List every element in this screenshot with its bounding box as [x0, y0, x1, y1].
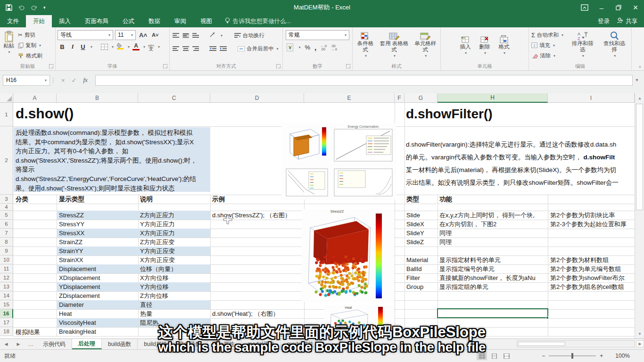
cell-display-type[interactable]: Diameter [59, 300, 137, 309]
row-header-4[interactable]: 4 [0, 204, 13, 211]
qat-customize-icon[interactable]: ▾ [43, 5, 46, 10]
close-button[interactable]: × [627, 0, 644, 15]
row-header-10[interactable]: 10 [0, 255, 13, 264]
right-header-func[interactable]: 功能 [439, 195, 487, 204]
column-header-h[interactable]: H [438, 93, 548, 103]
align-right-icon[interactable] [192, 46, 199, 51]
wrap-text-button[interactable]: 自动换行 [233, 30, 266, 41]
align-center-icon[interactable] [182, 46, 189, 51]
column-header-c[interactable]: C [138, 93, 210, 103]
decrease-font-icon[interactable]: A˅ [150, 30, 160, 40]
number-dialog-launcher-icon[interactable] [346, 64, 351, 69]
cell-example[interactable] [212, 255, 302, 264]
cell-example[interactable] [212, 229, 302, 238]
cell-filter-type[interactable]: SlideX [406, 220, 437, 229]
cell-example[interactable] [212, 247, 302, 255]
decrease-decimal-icon[interactable]: .00 →.0 [331, 44, 337, 51]
row-header-7[interactable]: 7 [0, 229, 13, 238]
column-header-b[interactable]: B [57, 93, 138, 103]
row-header-3[interactable]: 3 [0, 195, 13, 204]
cell-filter-func[interactable]: 显示指定材料号的单元 [439, 255, 547, 264]
row-header-15[interactable]: 15 [0, 300, 13, 309]
font-name-combo[interactable]: 等线▾ [58, 30, 113, 40]
cell-filter-func[interactable]: 在x,y,z方向上同时切， 得到一个块, [439, 211, 547, 220]
cell-description[interactable]: Z方向位移 [140, 291, 210, 300]
tab-insert[interactable]: 插入 [52, 15, 78, 27]
cell-filter-func[interactable]: 显示指定组的单元 [439, 282, 547, 291]
right-header-type[interactable]: 类型 [406, 195, 435, 204]
row-header-13[interactable]: 13 [0, 282, 13, 291]
scroll-up-icon[interactable]: ▲ [635, 93, 644, 103]
format-painter-button[interactable]: 格式刷 [17, 50, 44, 61]
cell-filter-type[interactable]: Material [406, 255, 437, 264]
cell-display-type[interactable]: StressXX [59, 229, 137, 238]
cell-filter-type[interactable]: Filter [406, 273, 437, 282]
right-doc-title[interactable]: d.showFilter() [406, 107, 493, 122]
accounting-format-icon[interactable]: ¥ [287, 43, 293, 51]
cell-styles-button[interactable]: 单元格样式▾ [411, 29, 439, 62]
cell-display-type[interactable]: Heat [59, 309, 137, 318]
cell-display-type[interactable]: Displacement [59, 264, 137, 273]
cell-filter-param[interactable]: 第2个参数为单元编号数组 [550, 264, 634, 273]
number-format-combo[interactable]: 常规▾ [286, 30, 349, 40]
tab-data[interactable]: 数据 [141, 15, 167, 27]
paste-button[interactable]: 粘贴▾ [1, 29, 17, 56]
orientation-icon[interactable] [209, 32, 216, 39]
share-button[interactable]: 共享 [617, 17, 637, 25]
decrease-indent-icon[interactable] [209, 46, 216, 51]
cell-description[interactable]: Z方向正应变 [140, 238, 210, 247]
tab-page-layout[interactable]: 页面布局 [78, 15, 116, 27]
left-doc-description[interactable]: 后处理函数d.show(command):显示模型参数， 模拟过程和模拟 结果。… [14, 127, 210, 192]
left-header-desc[interactable]: 说明 [140, 195, 206, 204]
tab-view[interactable]: 视图 [193, 15, 219, 27]
cut-button[interactable]: ✂剪切 [17, 30, 44, 40]
right-doc-description[interactable]: d.showFilter(varargin):选择特定单元进行显示。通过这个函数… [406, 138, 635, 194]
column-header-a[interactable]: A [13, 93, 57, 103]
cell-description[interactable]: Y方向位移 [140, 282, 210, 291]
clear-button[interactable]: 清除▾ [530, 50, 565, 61]
enter-icon[interactable]: ✓ [72, 77, 77, 84]
bold-button[interactable]: B [58, 43, 66, 50]
zoom-slider[interactable] [549, 355, 596, 356]
column-header-d[interactable]: D [210, 93, 304, 103]
cell-example[interactable] [212, 264, 302, 273]
left-header-type[interactable]: 显示类型 [59, 195, 134, 204]
cell-display-type[interactable]: YDisplacement [59, 282, 137, 291]
find-select-button[interactable]: 查找和选择▾ [599, 29, 630, 61]
row-header-11[interactable]: 11 [0, 264, 13, 273]
increase-font-icon[interactable]: A˄ [138, 30, 149, 40]
cell-description[interactable]: X方向位移 [140, 273, 210, 282]
column-header-g[interactable]: G [405, 93, 438, 103]
fill-handle[interactable] [546, 316, 549, 319]
cell-display-type[interactable]: XDisplacement [59, 273, 137, 282]
cell-display-type[interactable]: StrainYY [59, 247, 137, 255]
redo-icon[interactable] [31, 5, 38, 10]
sort-filter-button[interactable]: AZ 排序和筛选▾ [567, 29, 598, 61]
italic-button[interactable]: I [69, 43, 76, 50]
cell-example[interactable] [212, 273, 302, 282]
cell-filter-param[interactable]: 第2个参数为组名的cell数组 [550, 282, 634, 291]
cell-description[interactable]: 直径 [140, 300, 210, 309]
ribbon-display-options-icon[interactable] [576, 0, 593, 15]
cell-filter-type[interactable]: Slide [406, 211, 437, 220]
underline-button[interactable]: U [79, 43, 87, 50]
row-header-2[interactable]: 2 [0, 126, 13, 195]
cell-description[interactable]: 位移（向量） [140, 264, 210, 273]
name-box[interactable]: H16▾ [3, 75, 50, 86]
align-bottom-icon[interactable] [192, 33, 199, 38]
format-cells-button[interactable]: 格式▾ [496, 29, 512, 62]
cell-description[interactable]: X方向正应力 [140, 229, 210, 238]
row-header-6[interactable]: 6 [0, 220, 13, 229]
copy-button[interactable]: 复制▾ [17, 40, 44, 50]
column-header-f[interactable]: F [395, 93, 405, 103]
tell-me-box[interactable]: 告诉我您想要做什么... [219, 15, 297, 27]
row-header-16[interactable]: 16 [0, 309, 13, 318]
column-header-i[interactable]: I [548, 93, 635, 103]
fill-button[interactable]: ↓填充▾ [530, 40, 565, 50]
undo-icon[interactable] [18, 5, 25, 10]
formula-bar-expand-icon[interactable]: ▼ [633, 78, 641, 82]
conditional-formatting-button[interactable]: ≠ 条件格式▾ [354, 29, 377, 62]
cell-filter-param[interactable]: 第2个参数为材料数组 [550, 255, 634, 264]
left-header-example[interactable]: 示例 [212, 195, 278, 204]
save-icon[interactable] [6, 4, 12, 11]
